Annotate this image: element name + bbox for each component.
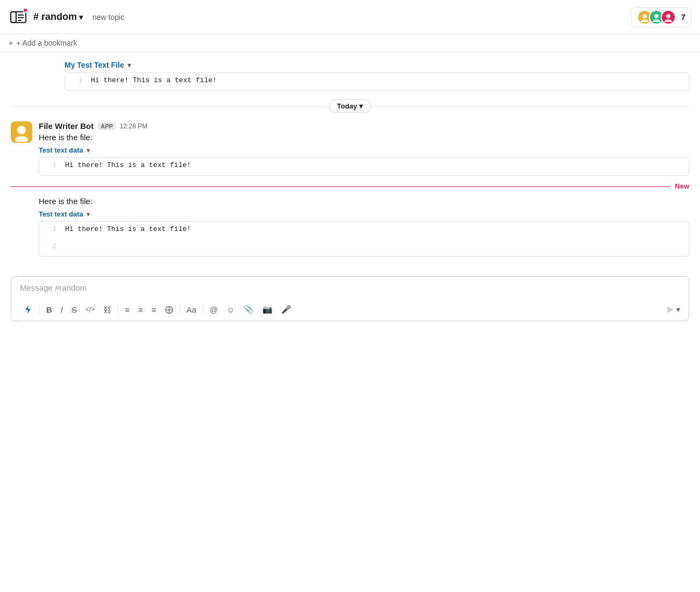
- bot-file-chevron-icon[interactable]: ▾: [87, 146, 90, 154]
- font-button[interactable]: Aa: [183, 303, 199, 316]
- video-icon: 📷: [262, 305, 273, 314]
- cont-code-line-2: 2: [39, 239, 689, 256]
- date-divider: Today ▾: [11, 99, 689, 113]
- message-input-container: Message #random B I S </> ⛓ ≡ ≡ ≡ ⨁ Aa @…: [11, 276, 689, 321]
- bot-file-label-name[interactable]: Test text data: [39, 146, 83, 154]
- attach-button[interactable]: 📎: [240, 302, 257, 316]
- channel-chevron-icon: ▾: [79, 13, 83, 21]
- cont-line-content-1: Hi there! This is a text file!: [65, 225, 191, 233]
- continuation-file-label-name[interactable]: Test text data: [39, 210, 83, 218]
- channel-name-button[interactable]: # random ▾: [33, 11, 83, 23]
- send-chevron-icon: ▾: [676, 305, 680, 314]
- bullet-list-button[interactable]: ≡: [135, 303, 146, 316]
- send-button[interactable]: ➤: [665, 303, 674, 316]
- bot-message-content: File Writer Bot APP 12:28 PM Here is the…: [39, 121, 689, 176]
- ordered-list-button[interactable]: ≡: [122, 303, 133, 316]
- bot-code-line-1: 1 Hi there! This is a text file!: [39, 158, 689, 175]
- svg-rect-1: [11, 12, 16, 23]
- italic-button[interactable]: I: [58, 303, 66, 316]
- bot-message-text: Here is the file:: [39, 133, 689, 142]
- avatar-3: [661, 10, 676, 25]
- svg-point-8: [653, 19, 660, 22]
- svg-point-12: [15, 136, 28, 142]
- continuation-file-chevron-icon[interactable]: ▾: [87, 210, 90, 218]
- messages-area: My Test Text File ▾ 1 Hi there! This is …: [0, 52, 700, 268]
- mention-icon: @: [210, 305, 218, 314]
- lightning-button[interactable]: [20, 302, 36, 316]
- strikethrough-button[interactable]: S: [68, 303, 80, 316]
- bot-avatar: [11, 121, 32, 143]
- ordered-list-icon: ≡: [125, 305, 130, 314]
- strikethrough-icon: S: [72, 305, 77, 314]
- indent-icon: ≡: [152, 305, 156, 314]
- link-button[interactable]: ⛓: [100, 303, 115, 316]
- toolbar-divider-4: [203, 304, 203, 315]
- message-input-placeholder[interactable]: Message #random: [20, 283, 680, 296]
- first-file-chevron-icon[interactable]: ▾: [127, 61, 131, 69]
- bold-button[interactable]: B: [43, 303, 55, 316]
- font-icon: Aa: [187, 305, 196, 314]
- cont-line-number-2: 2: [46, 242, 56, 250]
- cont-code-line-1: 1 Hi there! This is a text file!: [39, 222, 689, 239]
- code-line-1: 1 Hi there! This is a text file!: [65, 73, 689, 90]
- code-button[interactable]: </>: [82, 304, 98, 315]
- channel-topic: new topic: [92, 13, 124, 21]
- notification-dot: [23, 8, 28, 13]
- bot-code-block: 1 Hi there! This is a text file!: [39, 157, 689, 176]
- continuation-code-block: 1 Hi there! This is a text file! 2: [39, 221, 689, 257]
- blockquote-button[interactable]: ⨁: [162, 302, 176, 316]
- send-icon: ➤: [665, 303, 674, 316]
- message-toolbar: B I S </> ⛓ ≡ ≡ ≡ ⨁ Aa @ ☺ 📎 📷 🎤 ➤ ▾: [20, 302, 680, 316]
- send-options-button[interactable]: ▾: [676, 305, 680, 314]
- svg-point-5: [642, 14, 647, 18]
- add-bookmark-button[interactable]: + + Add a bookmark: [0, 34, 700, 52]
- first-file-name[interactable]: My Test Text File: [65, 61, 124, 69]
- bot-message-meta: File Writer Bot APP 12:28 PM: [39, 121, 689, 131]
- date-badge-chevron-icon: ▾: [359, 102, 363, 110]
- members-button[interactable]: 7: [631, 7, 691, 27]
- svg-marker-13: [25, 305, 31, 314]
- plus-icon: +: [9, 39, 13, 47]
- bot-line-number-1: 1: [46, 161, 56, 169]
- cont-line-number-1: 1: [46, 225, 56, 233]
- bot-message-row: File Writer Bot APP 12:28 PM Here is the…: [11, 121, 689, 176]
- toolbar-divider-1: [39, 304, 40, 315]
- line-content-1: Hi there! This is a text file!: [91, 76, 217, 84]
- italic-icon: I: [61, 305, 63, 314]
- link-icon: ⛓: [103, 305, 111, 314]
- svg-point-11: [17, 126, 26, 134]
- continuation-text: Here is the file:: [39, 197, 689, 206]
- new-divider: New: [11, 182, 689, 190]
- date-badge-label: Today: [337, 102, 357, 110]
- code-icon: </>: [85, 306, 95, 313]
- header-right: 7: [631, 7, 691, 27]
- audio-icon: 🎤: [281, 305, 291, 314]
- continuation-file-label-row: Test text data ▾: [39, 210, 689, 218]
- audio-button[interactable]: 🎤: [278, 302, 295, 316]
- toolbar-divider-3: [180, 304, 180, 315]
- indent-button[interactable]: ≡: [148, 303, 160, 316]
- continuation-message: Here is the file: Test text data ▾ 1 Hi …: [39, 197, 689, 257]
- mention-button[interactable]: @: [206, 303, 221, 316]
- sidebar-toggle-button[interactable]: [9, 8, 28, 27]
- bookmark-label: + Add a bookmark: [16, 39, 77, 47]
- channel-header: # random ▾ new topic 7: [0, 0, 700, 34]
- channel-name-text: # random: [33, 11, 77, 23]
- bot-file-label-row: Test text data ▾: [39, 146, 689, 154]
- date-badge-button[interactable]: Today ▾: [329, 99, 371, 113]
- app-badge: APP: [98, 122, 116, 130]
- svg-point-7: [654, 14, 659, 18]
- first-file-block: My Test Text File ▾ 1 Hi there! This is …: [65, 61, 689, 91]
- header-left: # random ▾ new topic: [9, 8, 124, 27]
- bot-timestamp: 12:28 PM: [120, 122, 147, 130]
- new-label: New: [670, 182, 689, 190]
- member-count: 7: [681, 12, 685, 21]
- bullet-list-icon: ≡: [138, 305, 143, 314]
- svg-point-6: [641, 19, 648, 22]
- bot-line-content-1: Hi there! This is a text file!: [65, 161, 191, 169]
- bold-icon: B: [46, 305, 52, 314]
- video-button[interactable]: 📷: [259, 302, 276, 316]
- emoji-button[interactable]: ☺: [223, 303, 238, 316]
- bot-sender-name: File Writer Bot: [39, 121, 94, 131]
- first-code-block: 1 Hi there! This is a text file!: [65, 73, 689, 91]
